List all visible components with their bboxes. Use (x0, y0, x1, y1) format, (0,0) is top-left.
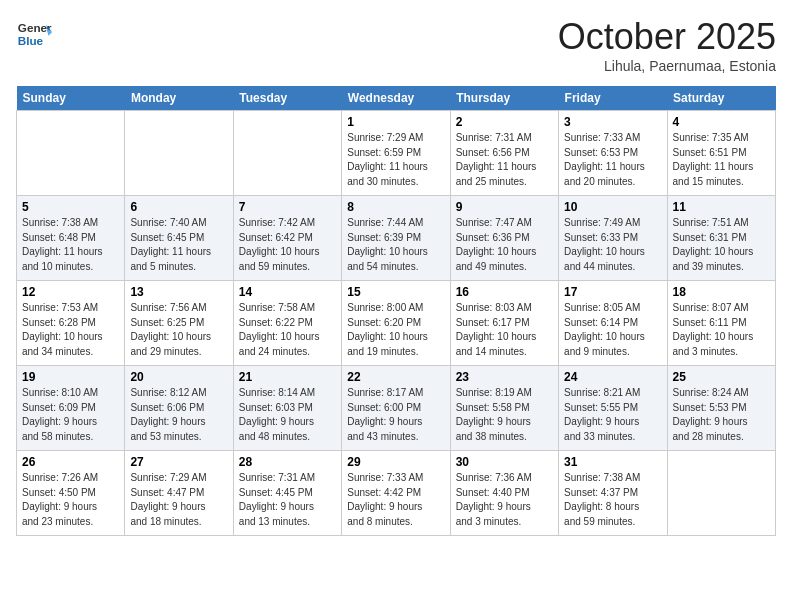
calendar-cell: 13Sunrise: 7:56 AM Sunset: 6:25 PM Dayli… (125, 281, 233, 366)
logo-icon: General Blue (16, 16, 52, 52)
day-info: Sunrise: 7:31 AM Sunset: 6:56 PM Dayligh… (456, 131, 553, 189)
calendar-cell: 16Sunrise: 8:03 AM Sunset: 6:17 PM Dayli… (450, 281, 558, 366)
day-info: Sunrise: 8:17 AM Sunset: 6:00 PM Dayligh… (347, 386, 444, 444)
calendar-cell: 3Sunrise: 7:33 AM Sunset: 6:53 PM Daylig… (559, 111, 667, 196)
calendar-cell (17, 111, 125, 196)
calendar-cell: 7Sunrise: 7:42 AM Sunset: 6:42 PM Daylig… (233, 196, 341, 281)
day-number: 14 (239, 285, 336, 299)
day-number: 9 (456, 200, 553, 214)
calendar-cell: 5Sunrise: 7:38 AM Sunset: 6:48 PM Daylig… (17, 196, 125, 281)
day-info: Sunrise: 7:38 AM Sunset: 6:48 PM Dayligh… (22, 216, 119, 274)
day-info: Sunrise: 7:40 AM Sunset: 6:45 PM Dayligh… (130, 216, 227, 274)
calendar-cell: 25Sunrise: 8:24 AM Sunset: 5:53 PM Dayli… (667, 366, 775, 451)
day-number: 26 (22, 455, 119, 469)
day-header-friday: Friday (559, 86, 667, 111)
day-info: Sunrise: 8:19 AM Sunset: 5:58 PM Dayligh… (456, 386, 553, 444)
calendar-cell: 23Sunrise: 8:19 AM Sunset: 5:58 PM Dayli… (450, 366, 558, 451)
day-number: 11 (673, 200, 770, 214)
day-number: 27 (130, 455, 227, 469)
day-number: 13 (130, 285, 227, 299)
month-title: October 2025 (558, 16, 776, 58)
day-number: 8 (347, 200, 444, 214)
day-info: Sunrise: 7:31 AM Sunset: 4:45 PM Dayligh… (239, 471, 336, 529)
day-number: 18 (673, 285, 770, 299)
calendar-cell: 30Sunrise: 7:36 AM Sunset: 4:40 PM Dayli… (450, 451, 558, 536)
day-info: Sunrise: 8:05 AM Sunset: 6:14 PM Dayligh… (564, 301, 661, 359)
day-number: 3 (564, 115, 661, 129)
location: Lihula, Paernumaa, Estonia (558, 58, 776, 74)
day-number: 7 (239, 200, 336, 214)
day-number: 29 (347, 455, 444, 469)
day-number: 10 (564, 200, 661, 214)
day-number: 20 (130, 370, 227, 384)
calendar-table: SundayMondayTuesdayWednesdayThursdayFrid… (16, 86, 776, 536)
day-number: 12 (22, 285, 119, 299)
calendar-cell: 24Sunrise: 8:21 AM Sunset: 5:55 PM Dayli… (559, 366, 667, 451)
day-number: 31 (564, 455, 661, 469)
day-info: Sunrise: 7:53 AM Sunset: 6:28 PM Dayligh… (22, 301, 119, 359)
calendar-cell: 31Sunrise: 7:38 AM Sunset: 4:37 PM Dayli… (559, 451, 667, 536)
day-info: Sunrise: 7:29 AM Sunset: 4:47 PM Dayligh… (130, 471, 227, 529)
calendar-cell: 4Sunrise: 7:35 AM Sunset: 6:51 PM Daylig… (667, 111, 775, 196)
calendar-cell: 14Sunrise: 7:58 AM Sunset: 6:22 PM Dayli… (233, 281, 341, 366)
day-info: Sunrise: 7:44 AM Sunset: 6:39 PM Dayligh… (347, 216, 444, 274)
calendar-week-3: 12Sunrise: 7:53 AM Sunset: 6:28 PM Dayli… (17, 281, 776, 366)
calendar-week-5: 26Sunrise: 7:26 AM Sunset: 4:50 PM Dayli… (17, 451, 776, 536)
day-info: Sunrise: 7:56 AM Sunset: 6:25 PM Dayligh… (130, 301, 227, 359)
calendar-cell: 20Sunrise: 8:12 AM Sunset: 6:06 PM Dayli… (125, 366, 233, 451)
day-info: Sunrise: 8:03 AM Sunset: 6:17 PM Dayligh… (456, 301, 553, 359)
calendar-week-4: 19Sunrise: 8:10 AM Sunset: 6:09 PM Dayli… (17, 366, 776, 451)
day-info: Sunrise: 8:21 AM Sunset: 5:55 PM Dayligh… (564, 386, 661, 444)
calendar-cell: 17Sunrise: 8:05 AM Sunset: 6:14 PM Dayli… (559, 281, 667, 366)
day-info: Sunrise: 7:33 AM Sunset: 6:53 PM Dayligh… (564, 131, 661, 189)
day-number: 5 (22, 200, 119, 214)
day-number: 15 (347, 285, 444, 299)
day-info: Sunrise: 7:38 AM Sunset: 4:37 PM Dayligh… (564, 471, 661, 529)
day-header-tuesday: Tuesday (233, 86, 341, 111)
calendar-cell (125, 111, 233, 196)
day-info: Sunrise: 8:24 AM Sunset: 5:53 PM Dayligh… (673, 386, 770, 444)
day-header-wednesday: Wednesday (342, 86, 450, 111)
day-header-sunday: Sunday (17, 86, 125, 111)
calendar-cell: 28Sunrise: 7:31 AM Sunset: 4:45 PM Dayli… (233, 451, 341, 536)
calendar-cell: 27Sunrise: 7:29 AM Sunset: 4:47 PM Dayli… (125, 451, 233, 536)
calendar-cell: 26Sunrise: 7:26 AM Sunset: 4:50 PM Dayli… (17, 451, 125, 536)
day-number: 1 (347, 115, 444, 129)
day-info: Sunrise: 7:29 AM Sunset: 6:59 PM Dayligh… (347, 131, 444, 189)
day-number: 16 (456, 285, 553, 299)
day-info: Sunrise: 7:49 AM Sunset: 6:33 PM Dayligh… (564, 216, 661, 274)
calendar-cell: 2Sunrise: 7:31 AM Sunset: 6:56 PM Daylig… (450, 111, 558, 196)
day-header-saturday: Saturday (667, 86, 775, 111)
title-block: October 2025 Lihula, Paernumaa, Estonia (558, 16, 776, 74)
day-number: 22 (347, 370, 444, 384)
day-info: Sunrise: 7:51 AM Sunset: 6:31 PM Dayligh… (673, 216, 770, 274)
calendar-cell (233, 111, 341, 196)
day-info: Sunrise: 7:33 AM Sunset: 4:42 PM Dayligh… (347, 471, 444, 529)
calendar-week-1: 1Sunrise: 7:29 AM Sunset: 6:59 PM Daylig… (17, 111, 776, 196)
calendar-cell: 1Sunrise: 7:29 AM Sunset: 6:59 PM Daylig… (342, 111, 450, 196)
calendar-cell: 6Sunrise: 7:40 AM Sunset: 6:45 PM Daylig… (125, 196, 233, 281)
day-info: Sunrise: 8:12 AM Sunset: 6:06 PM Dayligh… (130, 386, 227, 444)
day-header-monday: Monday (125, 86, 233, 111)
day-info: Sunrise: 7:36 AM Sunset: 4:40 PM Dayligh… (456, 471, 553, 529)
day-number: 21 (239, 370, 336, 384)
day-number: 4 (673, 115, 770, 129)
page-header: General Blue October 2025 Lihula, Paernu… (16, 16, 776, 74)
calendar-week-2: 5Sunrise: 7:38 AM Sunset: 6:48 PM Daylig… (17, 196, 776, 281)
day-number: 19 (22, 370, 119, 384)
day-header-thursday: Thursday (450, 86, 558, 111)
day-number: 25 (673, 370, 770, 384)
calendar-header-row: SundayMondayTuesdayWednesdayThursdayFrid… (17, 86, 776, 111)
day-number: 6 (130, 200, 227, 214)
day-info: Sunrise: 8:14 AM Sunset: 6:03 PM Dayligh… (239, 386, 336, 444)
calendar-cell: 29Sunrise: 7:33 AM Sunset: 4:42 PM Dayli… (342, 451, 450, 536)
day-info: Sunrise: 7:42 AM Sunset: 6:42 PM Dayligh… (239, 216, 336, 274)
svg-text:Blue: Blue (18, 34, 44, 47)
calendar-cell: 19Sunrise: 8:10 AM Sunset: 6:09 PM Dayli… (17, 366, 125, 451)
calendar-cell: 18Sunrise: 8:07 AM Sunset: 6:11 PM Dayli… (667, 281, 775, 366)
calendar-cell: 22Sunrise: 8:17 AM Sunset: 6:00 PM Dayli… (342, 366, 450, 451)
calendar-cell: 15Sunrise: 8:00 AM Sunset: 6:20 PM Dayli… (342, 281, 450, 366)
day-number: 30 (456, 455, 553, 469)
day-number: 24 (564, 370, 661, 384)
calendar-cell: 21Sunrise: 8:14 AM Sunset: 6:03 PM Dayli… (233, 366, 341, 451)
